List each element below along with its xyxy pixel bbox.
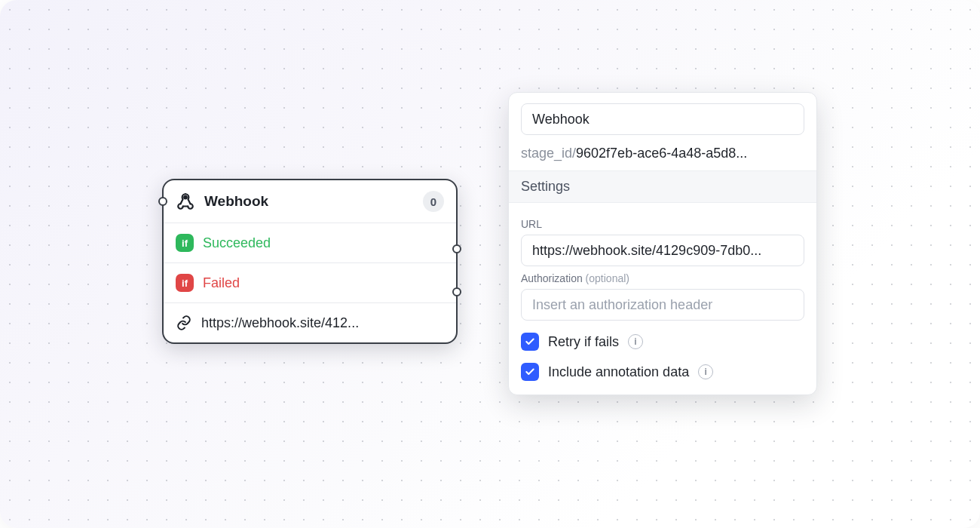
webhook-icon [176, 192, 195, 211]
url-input[interactable] [521, 235, 804, 266]
branch-label: Failed [203, 275, 240, 291]
retry-if-fails-row[interactable]: Retry if fails i [521, 333, 804, 351]
authorization-field-label: Authorization (optional) [521, 272, 804, 284]
authorization-input[interactable] [521, 289, 804, 321]
if-badge-icon: if [176, 274, 194, 292]
if-badge-icon: if [176, 234, 194, 252]
workflow-canvas[interactable]: Webhook 0 if Succeeded if Failed https:/… [0, 0, 980, 528]
webhook-count-badge: 0 [423, 191, 444, 212]
stage-id-display: stage_id/9602f7eb-ace6-4a48-a5d8... [509, 140, 816, 170]
include-annotation-row[interactable]: Include annotation data i [521, 363, 804, 381]
stage-id-key: stage_id/ [521, 146, 576, 161]
webhook-name-input[interactable] [521, 103, 804, 135]
svg-point-0 [184, 196, 187, 199]
port-out-failed[interactable] [452, 287, 461, 296]
info-icon[interactable]: i [628, 334, 643, 349]
settings-section-header: Settings [509, 170, 816, 203]
include-annotation-checkbox[interactable] [521, 363, 539, 381]
include-annotation-label: Include annotation data [548, 364, 689, 380]
webhook-node-header[interactable]: Webhook 0 [164, 180, 456, 223]
webhook-settings-panel: stage_id/9602f7eb-ace6-4a48-a5d8... Sett… [508, 92, 817, 395]
info-icon[interactable]: i [698, 364, 713, 379]
url-field-label: URL [521, 218, 804, 230]
retry-checkbox[interactable] [521, 333, 539, 351]
webhook-node[interactable]: Webhook 0 if Succeeded if Failed https:/… [162, 179, 458, 344]
webhook-url-row[interactable]: https://webhook.site/412... [164, 302, 456, 342]
branch-succeeded[interactable]: if Succeeded [164, 223, 456, 262]
port-out-succeeded[interactable] [452, 244, 461, 253]
branch-label: Succeeded [203, 235, 271, 251]
webhook-url-text: https://webhook.site/412... [201, 315, 359, 331]
retry-label: Retry if fails [548, 334, 619, 350]
branch-failed[interactable]: if Failed [164, 262, 456, 302]
port-in[interactable] [158, 197, 167, 206]
stage-id-value: 9602f7eb-ace6-4a48-a5d8... [576, 146, 747, 161]
link-icon [176, 315, 192, 331]
webhook-node-title: Webhook [204, 193, 414, 210]
